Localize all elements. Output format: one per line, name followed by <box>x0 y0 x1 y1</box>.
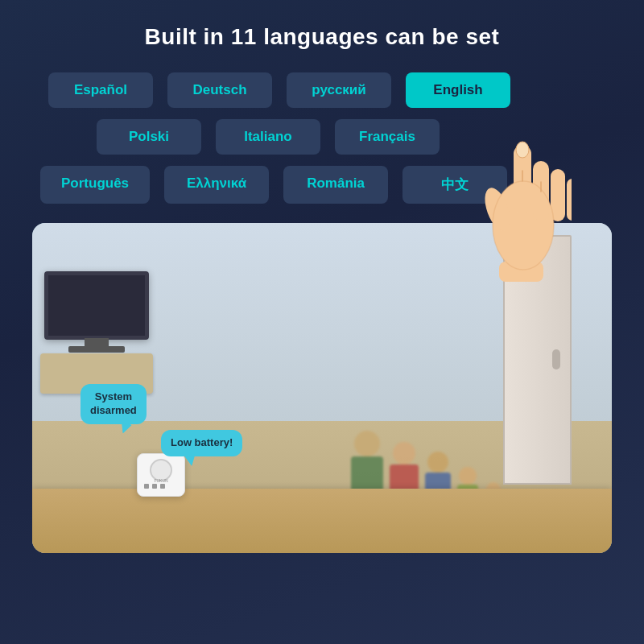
lang-btn-portugues[interactable]: Português <box>40 166 150 204</box>
door-handle <box>552 349 560 369</box>
device-port-1 <box>144 484 149 489</box>
grandma-head <box>393 442 415 464</box>
device-ports <box>144 483 178 489</box>
lang-btn-english[interactable]: English <box>406 72 510 108</box>
svg-rect-5 <box>567 179 572 221</box>
lang-btn-espanol[interactable]: Español <box>48 72 153 108</box>
tv-screen <box>48 275 145 336</box>
hand-pointer <box>475 121 588 298</box>
device: FUKUN <box>137 453 185 497</box>
table-surface <box>32 489 612 553</box>
main-container: Built in 11 languages can be set Español… <box>0 0 644 644</box>
lang-btn-russian[interactable]: русский <box>287 72 391 108</box>
speech-bubble-1: System disarmed <box>80 384 147 424</box>
device-label: FUKUN <box>154 478 167 483</box>
svg-point-8 <box>516 142 529 158</box>
language-row-1: Español Deutsch русский English <box>32 72 612 108</box>
lang-btn-romania[interactable]: România <box>283 166 388 204</box>
lang-btn-polski[interactable]: Polski <box>97 119 201 155</box>
device-port-2 <box>152 484 157 489</box>
page-title: Built in 11 languages can be set <box>32 24 612 50</box>
lang-btn-francais[interactable]: Français <box>335 119 440 155</box>
speech-bubble-2: Low battery! <box>161 430 242 456</box>
lang-btn-italiano[interactable]: Italiano <box>216 119 320 155</box>
device-port-3 <box>160 484 165 489</box>
device-body: FUKUN <box>137 453 185 497</box>
child-head <box>459 467 477 485</box>
lang-btn-greek[interactable]: Ελληνικά <box>164 166 269 204</box>
lang-btn-deutsch[interactable]: Deutsch <box>167 72 272 108</box>
teen-head <box>427 452 448 473</box>
grandpa-head <box>354 431 380 456</box>
language-grid: Español Deutsch русский English Polski I… <box>32 72 612 204</box>
tv <box>44 271 149 340</box>
tv-stand-base <box>68 346 125 353</box>
